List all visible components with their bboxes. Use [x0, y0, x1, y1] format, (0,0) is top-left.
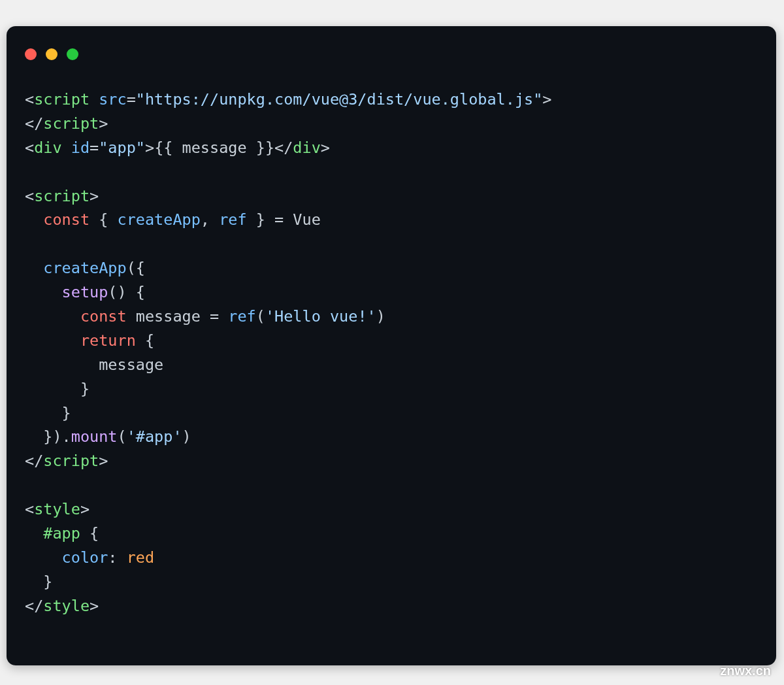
code-token: script — [43, 114, 99, 133]
code-token — [25, 307, 80, 326]
code-token: return — [80, 331, 136, 350]
code-token: "app" — [99, 139, 145, 157]
code-token: = — [90, 139, 99, 157]
code-token: Vue — [284, 210, 321, 229]
code-window: <script src="https://unpkg.com/vue@3/dis… — [7, 26, 776, 665]
code-token: 'Hello vue!' — [265, 307, 376, 326]
code-line — [25, 160, 758, 184]
code-token: = — [210, 307, 219, 326]
code-line: <div id="app">{{ message }}</div> — [25, 136, 758, 160]
code-token: script — [34, 187, 90, 205]
code-token: ) — [182, 427, 191, 446]
code-token: > — [80, 500, 90, 518]
code-token: mount — [71, 427, 118, 446]
code-token — [201, 307, 210, 326]
code-token: const — [80, 307, 127, 326]
code-token — [25, 356, 99, 374]
code-token — [25, 548, 62, 567]
code-token: ( — [256, 307, 265, 326]
code-line: #app { — [25, 522, 758, 546]
code-token: < — [25, 90, 34, 109]
code-line: createApp({ — [25, 256, 758, 280]
code-token: } — [25, 380, 90, 398]
code-token — [25, 259, 43, 277]
code-token: message — [99, 356, 163, 374]
code-token: > — [145, 139, 154, 157]
code-token: setup — [62, 283, 108, 301]
code-token: id — [71, 139, 90, 157]
code-token: #app — [43, 524, 80, 543]
code-token: "https://unpkg.com/vue@3/dist/vue.global… — [136, 90, 543, 109]
minimize-icon[interactable] — [46, 48, 57, 60]
code-token: '#app' — [127, 427, 182, 446]
code-token: < — [25, 500, 34, 518]
code-line: } — [25, 570, 758, 594]
code-token — [25, 283, 62, 301]
code-token — [25, 210, 43, 229]
code-token — [127, 307, 136, 326]
code-content: <script src="https://unpkg.com/vue@3/dis… — [25, 88, 758, 618]
code-token: > — [542, 90, 551, 109]
code-token: > — [321, 139, 330, 157]
code-token: > — [90, 597, 99, 615]
code-token: </ — [25, 597, 43, 615]
code-token: </ — [25, 452, 43, 470]
code-line: </script> — [25, 449, 758, 473]
code-token: message — [136, 307, 201, 326]
code-token — [90, 90, 99, 109]
code-token: const — [43, 210, 90, 229]
code-token: createApp — [43, 259, 126, 277]
code-token: div — [293, 139, 320, 157]
code-token: ({ — [127, 259, 145, 277]
code-token: , — [201, 210, 219, 229]
code-token — [62, 139, 71, 157]
code-token: > — [99, 452, 108, 470]
code-line: setup() { — [25, 280, 758, 305]
code-token: { — [80, 524, 99, 543]
code-token: ref — [228, 307, 255, 326]
code-token: = — [274, 210, 284, 229]
code-token: style — [34, 500, 80, 518]
code-token — [219, 307, 228, 326]
code-token: } — [25, 404, 71, 422]
code-token: > — [99, 114, 108, 133]
code-line — [25, 232, 758, 256]
code-token: ) — [376, 307, 385, 326]
code-token: src — [99, 90, 126, 109]
code-line: return { — [25, 329, 758, 353]
code-line: }).mount('#app') — [25, 425, 758, 449]
window-controls — [25, 48, 758, 60]
code-line — [25, 473, 758, 497]
code-token: < — [25, 187, 34, 205]
close-icon[interactable] — [25, 48, 37, 60]
code-line: } — [25, 401, 758, 426]
code-token: script — [43, 452, 99, 470]
code-token: () { — [108, 283, 145, 301]
code-token: = — [127, 90, 136, 109]
code-token: color — [62, 548, 108, 567]
code-token: </ — [25, 114, 43, 133]
code-line: <style> — [25, 497, 758, 522]
code-token: { — [136, 331, 154, 350]
code-token: </ — [274, 139, 293, 157]
code-token: } — [25, 573, 52, 591]
code-token: < — [25, 139, 34, 157]
code-line: </script> — [25, 112, 758, 136]
watermark: znwx.cn — [720, 663, 771, 678]
code-token — [25, 524, 43, 543]
code-token: script — [34, 90, 90, 109]
code-line: color: red — [25, 546, 758, 570]
code-line: } — [25, 377, 758, 401]
code-token: }). — [25, 427, 71, 446]
code-line: <script src="https://unpkg.com/vue@3/dis… — [25, 88, 758, 112]
code-line: </style> — [25, 594, 758, 618]
code-line: message — [25, 353, 758, 377]
code-token: {{ message }} — [154, 139, 274, 157]
code-token: { — [90, 210, 117, 229]
code-line: const message = ref('Hello vue!') — [25, 305, 758, 329]
maximize-icon[interactable] — [67, 48, 78, 60]
code-token: } — [247, 210, 274, 229]
code-token: div — [34, 139, 61, 157]
code-line: <script> — [25, 184, 758, 209]
code-token: : — [108, 548, 126, 567]
